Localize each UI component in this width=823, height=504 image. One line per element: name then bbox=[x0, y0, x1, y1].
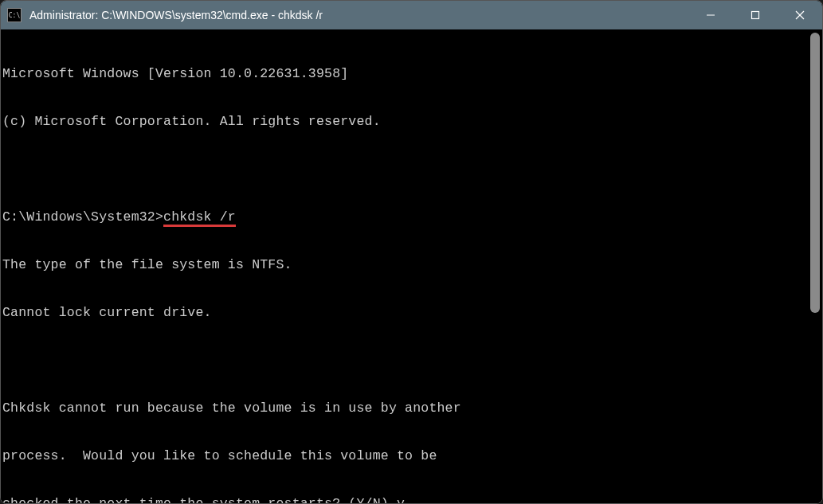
titlebar[interactable]: C:\ Administrator: C:\WINDOWS\system32\c… bbox=[1, 1, 822, 29]
maximize-icon bbox=[750, 10, 760, 20]
minimize-icon bbox=[706, 10, 715, 20]
minimize-button[interactable] bbox=[688, 1, 733, 29]
output-blank bbox=[2, 162, 821, 178]
output-line: (c) Microsoft Corporation. All rights re… bbox=[2, 114, 821, 130]
output-line: Chkdsk cannot run because the volume is … bbox=[2, 400, 821, 416]
prompt-prefix: C:\Windows\System32> bbox=[2, 209, 163, 225]
output-line: Cannot lock current drive. bbox=[2, 305, 821, 321]
output-blank bbox=[2, 353, 821, 369]
close-button[interactable] bbox=[778, 1, 822, 29]
cmd-app-icon: C:\ bbox=[7, 8, 22, 22]
prompt-line: C:\Windows\System32>chkdsk /r bbox=[2, 209, 821, 225]
scrollbar-thumb[interactable] bbox=[810, 33, 820, 313]
output-line: process. Would you like to schedule this… bbox=[2, 448, 821, 464]
output-line: checked the next time the system restart… bbox=[2, 496, 821, 503]
window-controls bbox=[688, 1, 822, 29]
output-line: The type of the file system is NTFS. bbox=[2, 257, 821, 273]
user-response: y bbox=[397, 496, 405, 503]
cmd-window: C:\ Administrator: C:\WINDOWS\system32\c… bbox=[0, 0, 823, 504]
window-title: Administrator: C:\WINDOWS\system32\cmd.e… bbox=[29, 9, 688, 21]
prompt-question: checked the next time the system restart… bbox=[2, 496, 397, 503]
terminal-body[interactable]: Microsoft Windows [Version 10.0.22631.39… bbox=[1, 29, 822, 503]
scrollbar[interactable] bbox=[810, 33, 820, 500]
typed-command: chkdsk /r bbox=[163, 209, 236, 227]
close-icon bbox=[795, 10, 805, 20]
output-line: Microsoft Windows [Version 10.0.22631.39… bbox=[2, 66, 821, 82]
maximize-button[interactable] bbox=[733, 1, 778, 29]
svg-rect-1 bbox=[752, 12, 759, 19]
terminal-output: Microsoft Windows [Version 10.0.22631.39… bbox=[1, 29, 822, 503]
